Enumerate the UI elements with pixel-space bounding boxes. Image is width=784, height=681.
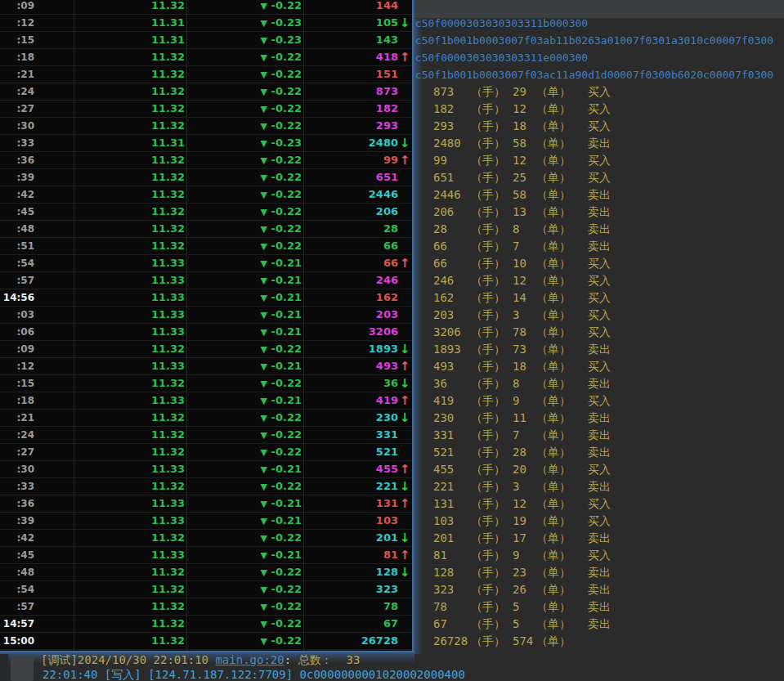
- trade-volume: 206: [433, 204, 454, 221]
- tick-table-row[interactable]: :3911.32▼ -0.22651: [0, 169, 412, 186]
- tick-change-cell: ▼ -0.22: [199, 427, 302, 443]
- order-unit-label: （单）: [536, 83, 571, 101]
- trade-volume: 162: [433, 289, 454, 307]
- tick-table-row[interactable]: :5111.32▼ -0.2266: [0, 238, 412, 255]
- tick-change-value: -0.22: [267, 343, 302, 355]
- up-arrow-icon: ↑: [400, 255, 412, 271]
- tick-change-value: -0.22: [267, 188, 302, 200]
- tick-volume-cell: 78: [311, 598, 398, 615]
- trade-direction: 卖出: [588, 478, 611, 495]
- tick-price-cell: 11.32: [82, 152, 185, 168]
- trade-volume: 99: [433, 152, 447, 169]
- tick-table-row[interactable]: :4511.33▼ -0.2181↑: [0, 547, 412, 564]
- tick-table-row[interactable]: :1511.31▼ -0.23143: [0, 32, 412, 49]
- tick-table-row[interactable]: :5711.32▼ -0.2278: [0, 598, 412, 616]
- tick-change-value: -0.21: [267, 549, 302, 561]
- order-unit-label: （单）: [536, 307, 571, 324]
- tick-table-row[interactable]: :4811.32▼ -0.22128↓: [0, 564, 412, 581]
- tick-table-row[interactable]: :0911.32▼ -0.221893↓: [0, 341, 412, 358]
- tick-table-row[interactable]: :2111.32▼ -0.22151: [0, 66, 412, 83]
- tick-change-cell: ▼ -0.22: [199, 49, 302, 65]
- tick-table-row[interactable]: :3011.32▼ -0.22293: [0, 118, 412, 135]
- tick-volume-cell: 419: [311, 392, 398, 409]
- tick-change-cell: ▼ -0.22: [199, 616, 302, 632]
- tick-table-row[interactable]: :3911.33▼ -0.21103: [0, 513, 412, 530]
- order-unit-label: （单）: [536, 341, 571, 358]
- tick-table-row[interactable]: :1211.33▼ -0.21493↑: [0, 358, 412, 375]
- order-unit-label: （单）: [536, 461, 571, 478]
- tick-table-row[interactable]: :4511.32▼ -0.22206: [0, 204, 412, 221]
- tick-table-row[interactable]: :1811.32▼ -0.22418↑: [0, 49, 412, 66]
- trade-order-count: 3: [513, 478, 519, 495]
- trade-order-count: 18: [513, 358, 526, 375]
- tick-volume-cell: 418: [311, 49, 398, 65]
- tick-price-cell: 11.32: [82, 530, 185, 546]
- source-file-link[interactable]: main.go:20: [215, 653, 284, 666]
- tick-table-row[interactable]: :2711.32▼ -0.22521: [0, 444, 412, 461]
- tick-table-row[interactable]: :3311.32▼ -0.22221↓: [0, 478, 412, 495]
- tick-table-row[interactable]: :3311.31▼ -0.232480↓: [0, 135, 412, 152]
- tick-time-cell: :06: [0, 324, 34, 340]
- tick-table-row[interactable]: :5411.33▼ -0.2166↑: [0, 255, 412, 272]
- down-triangle-icon: ▼: [261, 155, 267, 166]
- hand-unit-label: （手）: [471, 598, 505, 616]
- tick-price-cell: 11.32: [82, 238, 185, 254]
- down-arrow-icon: ↓: [400, 410, 412, 426]
- tick-table-row[interactable]: 14:5711.32▼ -0.2267: [0, 616, 412, 633]
- tick-time-cell: :24: [0, 83, 34, 100]
- tick-price-cell: 11.32: [82, 49, 185, 65]
- console-trade-line: 331（手）7（单）卖出: [413, 427, 784, 444]
- tick-time-cell: :33: [0, 478, 34, 495]
- hand-unit-label: （手）: [471, 564, 505, 581]
- tick-table-row[interactable]: :1511.32▼ -0.2236↓: [0, 375, 412, 392]
- tick-table-row[interactable]: :2111.32▼ -0.22230↓: [0, 410, 412, 427]
- tick-price-cell: 11.32: [82, 221, 185, 237]
- order-unit-label: （单）: [536, 358, 571, 375]
- tick-table-row[interactable]: :1211.31▼ -0.23105↓: [0, 15, 412, 32]
- tick-table-row[interactable]: :1811.33▼ -0.21419↑: [0, 392, 412, 410]
- tick-change-value: -0.21: [267, 514, 302, 526]
- tick-volume-cell: 651: [311, 169, 398, 186]
- tick-table-row[interactable]: :3011.33▼ -0.21455↑: [0, 461, 412, 478]
- console-output-panel[interactable]: 0c50f0000303030303311b0003000c50f1b001b0…: [413, 0, 784, 681]
- down-arrow-icon: ↓: [400, 478, 412, 495]
- tick-table-row[interactable]: :5411.32▼ -0.22323: [0, 581, 412, 598]
- tick-time-cell: :12: [0, 358, 34, 374]
- tick-change-cell: ▼ -0.22: [199, 238, 302, 254]
- trade-volume: 873: [433, 83, 454, 101]
- tick-table-row[interactable]: :2411.32▼ -0.22331: [0, 427, 412, 444]
- trade-direction: 卖出: [588, 186, 611, 204]
- tick-table-row[interactable]: :3611.33▼ -0.21131↑: [0, 495, 412, 513]
- down-triangle-icon: ▼: [261, 172, 267, 183]
- trade-order-count: 8: [513, 221, 519, 238]
- down-triangle-icon: ▼: [261, 430, 267, 441]
- tick-change-cell: ▼ -0.21: [199, 392, 302, 409]
- tick-table-row[interactable]: :5711.33▼ -0.21246: [0, 272, 412, 289]
- tick-table-row[interactable]: 15:0011.32▼ -0.2226728: [0, 633, 412, 650]
- tick-price-cell: 11.31: [82, 15, 185, 31]
- tick-change-value: -0.22: [267, 566, 302, 578]
- tick-volume-cell: 221: [311, 478, 398, 495]
- trade-order-count: 574: [513, 633, 533, 650]
- tick-table-row[interactable]: :2411.32▼ -0.22873: [0, 83, 412, 101]
- hand-unit-label: （手）: [471, 169, 505, 186]
- trade-order-count: 58: [513, 186, 526, 204]
- down-triangle-icon: ▼: [261, 18, 267, 29]
- tick-volume-cell: 99: [311, 152, 398, 168]
- tick-table-row[interactable]: :4211.32▼ -0.22201↓: [0, 530, 412, 547]
- trade-volume: 521: [433, 444, 454, 461]
- tick-table-row[interactable]: :0311.33▼ -0.21203: [0, 307, 412, 324]
- up-arrow-icon: ↑: [400, 358, 412, 374]
- tick-table-row[interactable]: :4211.32▼ -0.222446: [0, 186, 412, 204]
- tick-volume-cell: 3206: [311, 324, 398, 340]
- tick-table-row[interactable]: :0611.33▼ -0.213206: [0, 324, 412, 341]
- tick-table-row[interactable]: :4811.32▼ -0.2228: [0, 221, 412, 238]
- tick-table-row[interactable]: :3611.32▼ -0.2299↑: [0, 152, 412, 169]
- tick-time-cell: 14:57: [0, 616, 34, 632]
- tick-table-row[interactable]: :2711.32▼ -0.22182: [0, 101, 412, 118]
- trade-order-count: 5: [513, 598, 519, 616]
- tick-table-row[interactable]: :0911.32▼ -0.22144: [0, 0, 412, 15]
- tick-table-row[interactable]: 14:5611.33▼ -0.21162: [0, 289, 412, 307]
- down-triangle-icon: ▼: [261, 1, 267, 11]
- tick-table-panel[interactable]: :0911.32▼ -0.22144:1211.31▼ -0.23105↓:15…: [0, 0, 412, 651]
